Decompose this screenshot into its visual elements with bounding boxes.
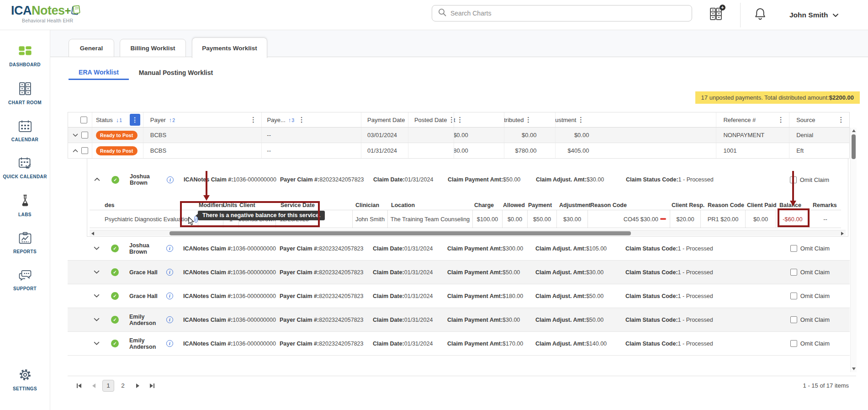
omit-claim-label: Omit Claim — [800, 176, 829, 183]
sidebar-item-settings[interactable]: SETTINGS — [2, 368, 48, 392]
column-menu-icon[interactable]: ⋮ — [249, 116, 258, 124]
subtab-era-worklist[interactable]: ERA Worklist — [69, 65, 129, 80]
sidebar: DASHBOARD CHART ROOM CALENDAR QUICK CALE… — [0, 30, 50, 410]
page-button-2[interactable]: 2 — [117, 380, 129, 392]
chevron-up-icon[interactable] — [94, 177, 101, 182]
next-page-button[interactable] — [132, 380, 143, 392]
omit-claim-checkbox[interactable] — [790, 269, 797, 276]
remove-adjustment-icon[interactable] — [660, 218, 666, 220]
svc-charge-cell: $100.00 — [472, 210, 502, 228]
column-header-reference[interactable]: Reference #⋮ — [716, 112, 789, 127]
column-header-payment[interactable]: Payment⋮ — [454, 112, 504, 127]
labs-icon — [19, 194, 32, 209]
omit-claim-checkbox[interactable] — [790, 316, 797, 323]
chevron-down-icon[interactable] — [94, 246, 100, 250]
sidebar-item-dashboard[interactable]: DASHBOARD — [2, 46, 48, 68]
column-menu-icon[interactable]: ⋮ — [297, 116, 306, 124]
chevron-down-icon[interactable] — [94, 270, 100, 274]
tab-general[interactable]: General — [69, 39, 114, 57]
tab-payments-worklist[interactable]: Payments Worklist — [192, 37, 267, 58]
info-icon[interactable]: i — [166, 293, 173, 299]
column-menu-icon[interactable]: ⋮ — [130, 114, 140, 126]
claim-row[interactable]: ✓ Emily Anderson i ICANotes Claim #:1036… — [68, 332, 850, 356]
info-icon[interactable]: i — [166, 269, 173, 276]
svc-col-reason-code-2: Reason Code — [700, 202, 745, 208]
sidebar-item-reports[interactable]: REPORTS — [2, 232, 48, 255]
column-header-source[interactable]: Source⋮ — [789, 112, 849, 127]
column-header-payee[interactable]: Paye... ↑3 ⋮ — [261, 112, 361, 127]
column-menu-icon[interactable]: ⋮ — [836, 116, 846, 124]
column-menu-icon[interactable]: ⋮ — [455, 116, 465, 124]
info-icon[interactable]: i — [167, 176, 174, 183]
page-button-1[interactable]: 1 — [102, 380, 114, 392]
column-menu-icon[interactable]: ⋮ — [524, 116, 533, 124]
vertical-scrollbar[interactable] — [850, 128, 857, 372]
info-icon[interactable]: i — [166, 340, 173, 347]
tab-label: Payments Worklist — [202, 45, 257, 52]
info-icon[interactable]: i — [166, 316, 173, 323]
scroll-up-icon[interactable] — [852, 129, 856, 132]
last-page-button[interactable] — [146, 380, 158, 392]
claim-row[interactable]: ✓ Joshua Brown i ICANotes Claim #:1036-0… — [68, 237, 850, 261]
add-chart-button[interactable]: + — [707, 6, 725, 24]
search-input[interactable] — [450, 10, 686, 17]
payment-row[interactable]: Ready to Post BCBS -- 01/31/2024 $780.00… — [68, 143, 849, 159]
scroll-left-icon[interactable] — [91, 232, 94, 235]
previous-page-button[interactable] — [88, 380, 100, 392]
sidebar-item-support[interactable]: SUPPORT — [2, 269, 48, 292]
claim-row-expanded[interactable]: ✓ Joshua Brown i ICANotes Claim #:1036-0… — [87, 166, 848, 193]
horizontal-scrollbar[interactable] — [90, 230, 846, 236]
column-header-distributed[interactable]: Distributed⋮ — [504, 112, 555, 127]
first-page-button[interactable] — [73, 380, 85, 392]
column-header-posted-date[interactable]: Posted Date⋮ — [408, 112, 454, 127]
svc-col-adjustment: Adjustment — [556, 202, 587, 208]
svc-allowed-cell: $0.00 — [502, 210, 527, 228]
svc-location-cell: The Training Team Counseling — [387, 210, 472, 228]
claim-payment-amount: Claim Payment Amt:$50.00 — [447, 269, 535, 276]
payment-row[interactable]: Ready to Post BCBS -- 03/01/2024 $0.00 $… — [68, 128, 849, 143]
row-checkbox[interactable] — [81, 147, 88, 154]
source-cell: Denial — [789, 128, 849, 143]
column-header-status[interactable]: Status ↓1 ⋮ — [92, 112, 143, 127]
row-checkbox[interactable] — [81, 132, 88, 138]
claim-row[interactable]: ✓ Emily Anderson i ICANotes Claim #:1036… — [68, 308, 850, 332]
sidebar-item-quick-calendar[interactable]: QUICK CALENDAR — [2, 157, 48, 180]
omit-claim-control: Omit Claim — [790, 293, 830, 299]
scroll-down-icon[interactable] — [852, 367, 856, 370]
claim-row[interactable]: ✓ Grace Hall i ICANotes Claim #:1036-000… — [68, 261, 850, 284]
sidebar-item-labs[interactable]: LABS — [2, 194, 48, 218]
bell-icon — [753, 7, 767, 23]
info-icon[interactable]: i — [166, 245, 173, 252]
notifications-button[interactable] — [752, 6, 769, 24]
chevron-down-icon[interactable] — [94, 317, 100, 322]
vertical-scrollbar-thumb[interactable] — [852, 134, 856, 159]
column-header-payment-date[interactable]: Payment Date⋮ — [361, 112, 408, 127]
chevron-down-icon[interactable] — [94, 341, 100, 346]
chevron-down-icon[interactable] — [94, 293, 100, 298]
omit-claim-checkbox[interactable] — [790, 340, 797, 347]
column-header-adjustment[interactable]: Adjustment⋮ — [555, 112, 716, 127]
claim-row[interactable]: ✓ Grace Hall i ICANotes Claim #:1036-000… — [68, 284, 850, 308]
omit-claim-checkbox[interactable] — [790, 293, 797, 299]
omit-claim-label: Omit Claim — [800, 269, 830, 276]
user-menu[interactable]: John Smith — [789, 0, 839, 30]
column-menu-icon[interactable]: ⋮ — [447, 116, 453, 124]
search-bar[interactable] — [432, 5, 692, 21]
claim-date: Claim Date:01/31/2024 — [373, 245, 447, 252]
sidebar-item-chart-room[interactable]: CHART ROOM — [2, 82, 48, 106]
svc-col-location: Location — [387, 202, 472, 208]
subtab-manual-posting-worklist[interactable]: Manual Posting Worklist — [137, 65, 215, 80]
sidebar-item-calendar[interactable]: CALENDAR — [2, 120, 48, 143]
horizontal-scrollbar-thumb[interactable] — [169, 231, 631, 235]
column-menu-icon[interactable]: ⋮ — [576, 116, 585, 124]
tab-billing-worklist[interactable]: Billing Worklist — [120, 39, 186, 57]
column-header-payer[interactable]: Payer ↑2 ⋮ — [143, 112, 262, 127]
select-all-checkbox[interactable] — [80, 117, 87, 123]
scroll-right-icon[interactable] — [841, 232, 844, 235]
claim-payment-amount: Claim Payment Amt:$50.00 — [448, 176, 536, 183]
column-menu-icon[interactable]: ⋮ — [776, 116, 785, 124]
omit-claim-checkbox[interactable] — [790, 176, 797, 183]
chevron-up-icon[interactable] — [73, 149, 79, 153]
chevron-down-icon[interactable] — [73, 133, 79, 138]
omit-claim-checkbox[interactable] — [790, 245, 797, 252]
